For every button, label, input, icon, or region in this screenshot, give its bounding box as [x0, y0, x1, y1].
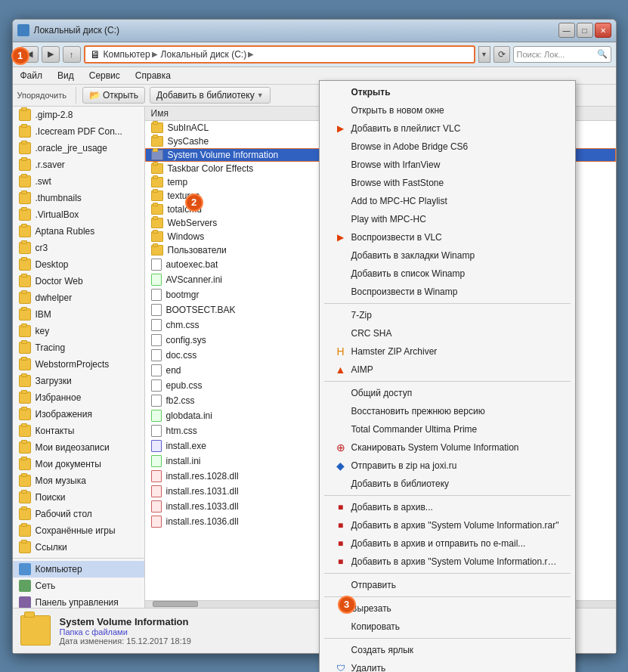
sidebar-item-music[interactable]: Моя музыка	[13, 472, 144, 489]
ctx-send[interactable]: Отправить	[320, 576, 575, 594]
ctx-add-rar-email[interactable]: ■ Добавить в архив "System Volume Inform…	[320, 553, 575, 571]
sidebar-item-videos[interactable]: Мои видеозаписи	[13, 439, 144, 456]
minimize-button[interactable]: —	[558, 23, 575, 38]
ctx-delete[interactable]: 🛡 Удалить	[320, 659, 575, 673]
ctx-add-library[interactable]: Добавить в библиотеку	[320, 475, 575, 493]
ctx-sep-3	[324, 495, 571, 496]
ctx-joxi[interactable]: ◆ Отправить в zip на joxi.ru	[320, 457, 575, 475]
ctx-copy[interactable]: Копировать	[320, 618, 575, 636]
ctx-7zip[interactable]: 7-Zip	[320, 306, 575, 324]
sidebar-item-desktop[interactable]: Desktop	[13, 256, 144, 273]
sidebar-item-computer[interactable]: Компьютер	[13, 561, 144, 578]
sidebar-item-swt[interactable]: .swt	[13, 173, 144, 190]
ctx-open[interactable]: Открыть	[320, 83, 575, 101]
ctx-mpchc-playlist[interactable]: Add to MPC-HC Playlist	[320, 192, 575, 210]
ctx-crcsha[interactable]: CRC SHA	[320, 324, 575, 342]
open-folder-icon: 📂	[89, 90, 101, 101]
vlc-play-icon: ▶	[335, 231, 347, 243]
ctx-share[interactable]: Общий доступ	[320, 384, 575, 402]
folder-icon	[151, 218, 163, 228]
ctx-winamp-play[interactable]: Воспроизвести в Winamp	[320, 283, 575, 301]
ctx-vlc-play[interactable]: ▶ Воспроизвести в VLC	[320, 228, 575, 246]
sidebar-item-aptana[interactable]: Aptana Rubles	[13, 223, 144, 240]
ctx-faststone[interactable]: Browse with FastStone	[320, 174, 575, 192]
search-icon[interactable]: 🔍	[597, 49, 608, 59]
sidebar-item-webstorm[interactable]: WebstormProjects	[13, 356, 144, 373]
breadcrumb-drive[interactable]: Локальный диск (C:) ▶	[161, 49, 255, 60]
maximize-button[interactable]: □	[577, 23, 593, 38]
sidebar-item-key[interactable]: key	[13, 323, 144, 339]
file-icon	[151, 334, 162, 346]
organize-label: Упорядочить	[17, 91, 67, 100]
sidebar-item-searches[interactable]: Поиски	[13, 489, 144, 506]
ctx-winamp-fav[interactable]: Добавить в закладки Winamp	[320, 246, 575, 265]
sidebar-item-doctorweb[interactable]: Doctor Web	[13, 273, 144, 290]
sidebar-item-cr3[interactable]: cr3	[13, 240, 144, 256]
up-button[interactable]: ↑	[63, 46, 81, 63]
ctx-mpchc-play[interactable]: Play with MPC-HC	[320, 210, 575, 228]
ctx-restore-version[interactable]: Восстановить прежнюю версию	[320, 402, 575, 420]
ctx-hamster[interactable]: H Hamster ZIP Archiver	[320, 342, 575, 361]
ctx-add-archive[interactable]: ■ Добавить в архив...	[320, 498, 575, 516]
folder-icon	[19, 325, 31, 337]
ctx-totalcmd[interactable]: Total Commander Ultima Prime	[320, 420, 575, 438]
refresh-button[interactable]: ⟳	[493, 46, 510, 63]
sidebar-item-rsaver[interactable]: .r.saver	[13, 156, 144, 173]
add-library-button[interactable]: Добавить в библиотеку ▼	[150, 87, 270, 104]
ctx-irfanview[interactable]: Browse with IrfanView	[320, 156, 575, 174]
menu-help[interactable]: Справка	[132, 69, 174, 82]
badge-1: 1	[11, 47, 29, 65]
close-button[interactable]: ✕	[595, 23, 611, 38]
ctx-create-shortcut[interactable]: Создать ярлык	[320, 641, 575, 659]
sidebar-item-gimp[interactable]: .gimp-2.8	[13, 107, 144, 123]
rar-icon: ■	[335, 519, 347, 531]
search-box[interactable]: Поиск: Лок... 🔍	[513, 46, 611, 63]
sidebar-item-contacts[interactable]: Контакты	[13, 423, 144, 439]
sidebar-item-dwhelper[interactable]: dwhelper	[13, 290, 144, 306]
folder-icon	[19, 458, 31, 470]
ctx-cut[interactable]: Вырезать	[320, 599, 575, 618]
sidebar-item-links[interactable]: Ссылки	[13, 539, 144, 556]
ctx-add-rar[interactable]: ■ Добавить в архив "System Volume Inform…	[320, 516, 575, 534]
sidebar-item-network[interactable]: Сеть	[13, 578, 144, 594]
ctx-open-new[interactable]: Открыть в новом окне	[320, 101, 575, 119]
menu-file[interactable]: Файл	[17, 69, 46, 82]
badge-2: 2	[185, 194, 203, 212]
ctx-scan[interactable]: ⊕ Сканировать System Volume Information	[320, 438, 575, 457]
sidebar-item-virtualbox[interactable]: .VirtualBox	[13, 206, 144, 223]
ctx-vlc-playlist[interactable]: ▶ Добавить в плейлист VLC	[320, 119, 575, 138]
sidebar-item-icecream[interactable]: .Icecream PDF Con...	[13, 123, 144, 140]
network-icon	[19, 580, 31, 592]
ctx-sep-5	[324, 596, 571, 597]
sidebar-item-ibm[interactable]: IBM	[13, 306, 144, 323]
address-dropdown[interactable]: ▼	[478, 46, 490, 63]
ctx-aimp[interactable]: ▲ AIMP	[320, 361, 575, 379]
scrollbar-thumb[interactable]	[153, 601, 198, 607]
archive-icon: ■	[335, 501, 347, 513]
address-box[interactable]: 🖥 Компьютер ▶ Локальный диск (C:) ▶	[84, 45, 475, 63]
sidebar-item-savedgames[interactable]: Сохранённые игры	[13, 522, 144, 539]
menu-service[interactable]: Сервис	[86, 69, 123, 82]
ctx-add-email[interactable]: ■ Добавить в архив и отправить по e-mail…	[320, 534, 575, 553]
sidebar-item-favorites[interactable]: Избранное	[13, 389, 144, 406]
forward-button[interactable]: ▶	[42, 46, 60, 63]
sidebar-item-thumbnails[interactable]: .thumbnails	[13, 190, 144, 206]
ctx-winamp-list[interactable]: Добавить в список Winamp	[320, 265, 575, 283]
folder-icon	[19, 125, 31, 138]
sidebar-item-controlpanel[interactable]: Панель управления	[13, 594, 144, 608]
menu-view[interactable]: Вид	[54, 69, 77, 82]
sidebar-item-documents[interactable]: Мои документы	[13, 456, 144, 472]
ctx-bridge[interactable]: Browse in Adobe Bridge CS6	[320, 138, 575, 156]
sidebar-item-tracing[interactable]: Tracing	[13, 339, 144, 356]
sidebar-item-desktop2[interactable]: Рабочий стол	[13, 506, 144, 522]
folder-icon	[19, 192, 31, 204]
breadcrumb-computer[interactable]: Компьютер ▶	[104, 49, 158, 60]
sidebar-item-downloads[interactable]: Загрузки	[13, 373, 144, 389]
open-button[interactable]: 📂 Открыть	[82, 87, 145, 104]
restore-icon	[335, 405, 347, 417]
sidebar-item-oracle[interactable]: .oracle_jre_usage	[13, 140, 144, 156]
folder-icon	[19, 109, 31, 121]
folder-icon	[19, 275, 31, 287]
totalcmd-icon	[335, 423, 347, 435]
sidebar-item-images[interactable]: Изображения	[13, 406, 144, 423]
